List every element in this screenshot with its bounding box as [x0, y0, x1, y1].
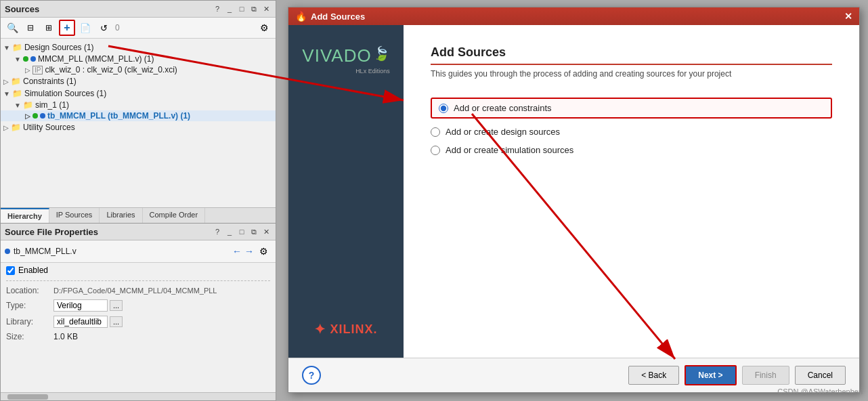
size-label: Size:	[6, 332, 53, 341]
horizontal-scrollbar[interactable]	[1, 392, 276, 400]
sources-panel: Sources ? _ □ ⧉ ✕ 🔍 ⊟ ⊞ + 📄 ↺ 0 ⚙ ▼ 📁 De…	[0, 0, 276, 224]
tree-item-simulation-sources[interactable]: ▼ 📁 Simulation Sources (1)	[1, 87, 276, 100]
add-sources-dialog: 🔥 Add Sources ✕ VIVADO 🍃 HLx Editions ✦ …	[288, 7, 860, 393]
radio-group-sources: Add or create constraints Add or create …	[431, 98, 832, 155]
sources-tabs-bar: Hierarchy IP Sources Libraries Compile O…	[1, 207, 276, 223]
folder-icon-util: 📁	[11, 123, 21, 132]
type-label: Type:	[6, 301, 53, 310]
size-value: 1.0 KB	[53, 332, 270, 341]
help-button[interactable]: ?	[302, 366, 321, 385]
search-button[interactable]: 🔍	[4, 20, 20, 36]
library-browse-btn[interactable]: ...	[110, 316, 123, 327]
dialog-content: Add Sources This guides you through the …	[404, 25, 859, 358]
location-label: Location:	[6, 286, 53, 295]
props-window-controls: ? _ □ ⧉ ✕	[212, 226, 272, 237]
properties-panel: Source File Properties ? _ □ ⧉ ✕ tb_MMCM…	[0, 224, 276, 401]
sources-panel-header: Sources ? _ □ ⧉ ✕	[1, 1, 276, 18]
expand-all-button[interactable]: ⊞	[41, 20, 57, 36]
tab-libraries[interactable]: Libraries	[100, 208, 142, 223]
radio-design[interactable]	[431, 127, 440, 137]
dialog-title-text: Add Sources	[311, 12, 365, 22]
collapse-all-button[interactable]: ⊟	[22, 20, 39, 36]
tree-item-tb-mmcm[interactable]: ▷ tb_MMCM_PLL (tb_MMCM_PLL.v) (1)	[1, 110, 276, 121]
filename-bar: tb_MMCM_PLL.v ← → ⚙	[1, 240, 276, 263]
float-btn[interactable]: ⧉	[248, 3, 259, 14]
dialog-sidebar: VIVADO 🍃 HLx Editions ✦ XILINX.	[288, 25, 404, 358]
help-btn[interactable]: ?	[212, 3, 223, 14]
scrollbar-thumb	[7, 394, 48, 400]
folder-icon-sim: 📁	[12, 89, 22, 98]
tree-item-design-sources[interactable]: ▼ 📁 Design Sources (1)	[1, 41, 276, 54]
radio-constraints[interactable]	[439, 104, 448, 113]
radio-option-design[interactable]: Add or create design sources	[431, 127, 832, 137]
props-help-btn[interactable]: ?	[212, 226, 223, 237]
script-button[interactable]: 📄	[77, 20, 93, 36]
radio-constraints-label: Add or create constraints	[454, 103, 552, 113]
finish-button: Finish	[742, 366, 789, 385]
type-row: Type: ...	[1, 297, 276, 314]
settings-button[interactable]: ⚙	[256, 20, 272, 36]
location-value: D:/FPGA_Code/04_MCMM_PLL/04_MCMM_PLL	[53, 287, 270, 295]
back-button[interactable]: < Back	[628, 366, 679, 385]
props-close-btn[interactable]: ✕	[261, 226, 272, 237]
filename-text: tb_MMCM_PLL.v	[14, 247, 231, 256]
library-input[interactable]	[53, 316, 108, 328]
folder-icon: 📁	[12, 43, 22, 52]
watermark: CSDN @ASWaterbenben	[777, 387, 863, 396]
vivado-subtitle: HLx Editions	[302, 68, 389, 75]
tab-ip-sources[interactable]: IP Sources	[49, 208, 100, 223]
maximize-btn[interactable]: □	[236, 3, 247, 14]
sources-title: Sources	[5, 4, 39, 14]
file-status-dot	[5, 249, 10, 254]
ip-icon: IP	[32, 66, 43, 75]
tab-hierarchy[interactable]: Hierarchy	[1, 208, 49, 223]
footer-right: < Back Next > Finish Cancel	[628, 365, 846, 385]
dialog-description: This guides you through the process of a…	[431, 68, 832, 80]
add-sources-button[interactable]: +	[59, 20, 75, 36]
radio-design-label: Add or create design sources	[446, 127, 560, 137]
radio-option-simulation[interactable]: Add or create simulation sources	[431, 145, 832, 155]
type-browse-btn[interactable]: ...	[110, 300, 123, 311]
vivado-leaf-icon: 🍃	[373, 45, 390, 62]
next-button[interactable]: Next >	[685, 365, 736, 385]
properties-panel-header: Source File Properties ? _ □ ⧉ ✕	[1, 224, 276, 240]
status-dot-green	[23, 56, 28, 62]
sources-tree: ▼ 📁 Design Sources (1) ▼ MMCM_PLL (MMCM_…	[1, 39, 276, 207]
panel-window-controls: ? _ □ ⧉ ✕	[212, 3, 272, 14]
props-content: Enabled Location: D:/FPGA_Code/04_MCMM_P…	[1, 263, 276, 392]
radio-option-constraints[interactable]: Add or create constraints	[431, 98, 832, 119]
dialog-section-header: Add Sources This guides you through the …	[431, 45, 832, 80]
vivado-logo: VIVADO 🍃 HLx Editions	[302, 45, 389, 75]
enabled-row: Enabled	[1, 263, 276, 278]
location-row: Location: D:/FPGA_Code/04_MCMM_PLL/04_MC…	[1, 284, 276, 297]
tree-item-mmcm-pll[interactable]: ▼ MMCM_PLL (MMCM_PLL.v) (1)	[1, 54, 276, 64]
dialog-close-button[interactable]: ✕	[844, 11, 852, 22]
minimize-btn[interactable]: _	[224, 3, 235, 14]
tree-item-utility-sources[interactable]: ▷ 📁 Utility Sources	[1, 121, 276, 133]
xilinx-icon: ✦	[314, 321, 326, 337]
props-settings-btn[interactable]: ⚙	[255, 243, 272, 259]
tree-item-sim1[interactable]: ▼ 📁 sim_1 (1)	[1, 100, 276, 110]
tab-compile-order[interactable]: Compile Order	[143, 208, 206, 223]
type-input[interactable]	[53, 299, 108, 312]
status-dot-green-2	[32, 113, 38, 119]
enabled-checkbox[interactable]	[6, 266, 15, 275]
radio-simulation[interactable]	[431, 146, 440, 155]
props-maximize-btn[interactable]: □	[236, 226, 247, 237]
sources-toolbar: 🔍 ⊟ ⊞ + 📄 ↺ 0 ⚙	[1, 18, 276, 39]
properties-title: Source File Properties	[5, 227, 98, 237]
tree-item-clk-wiz[interactable]: ▷ IP clk_wiz_0 : clk_wiz_0 (clk_wiz_0.xc…	[1, 64, 276, 75]
folder-icon-constraints: 📁	[11, 77, 21, 86]
tree-item-constraints[interactable]: ▷ 📁 Constraints (1)	[1, 75, 276, 87]
close-btn[interactable]: ✕	[261, 3, 272, 14]
vivado-text: VIVADO	[302, 45, 371, 66]
next-file-btn[interactable]: →	[243, 245, 255, 257]
status-dot-blue	[30, 56, 36, 62]
refresh-button[interactable]: ↺	[95, 20, 112, 36]
prev-file-btn[interactable]: ←	[231, 245, 243, 257]
dialog-section-title: Add Sources	[431, 45, 832, 65]
cancel-button[interactable]: Cancel	[795, 366, 846, 385]
enabled-label: Enabled	[18, 266, 48, 275]
props-float-btn[interactable]: ⧉	[248, 226, 259, 237]
props-minimize-btn[interactable]: _	[224, 226, 235, 237]
